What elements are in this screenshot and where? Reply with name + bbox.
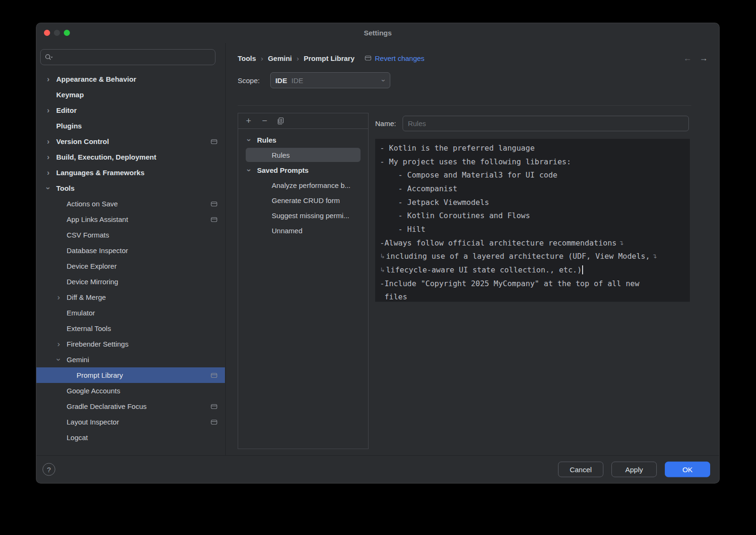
code-line: - Hilt: [380, 222, 685, 236]
prompt-tree-group-saved-prompts[interactable]: ›Saved Prompts: [238, 162, 368, 178]
revert-changes-link[interactable]: Revert changes: [365, 54, 424, 62]
sidebar-item-appearance-behavior[interactable]: ›Appearance & Behavior: [36, 71, 225, 87]
chevron-down-icon[interactable]: ›: [55, 356, 63, 364]
sidebar-item-build-execution-deployment[interactable]: ›Build, Execution, Deployment: [36, 149, 225, 165]
chevron-right-icon[interactable]: ›: [44, 169, 52, 177]
code-text: - My project uses the following librarie…: [380, 157, 571, 166]
sidebar-item-label: Build, Execution, Deployment: [56, 153, 156, 161]
sidebar-item-label: Languages & Frameworks: [56, 169, 145, 177]
settings-badge-icon: [211, 201, 217, 207]
chevron-right-icon[interactable]: ›: [44, 106, 52, 114]
cancel-button[interactable]: Cancel: [558, 462, 603, 477]
settings-badge-icon: [211, 404, 217, 409]
code-text: - Compose and Material3 for UI code: [380, 170, 558, 179]
sidebar-item-gradle-declarative-focus[interactable]: Gradle Declarative Focus: [36, 399, 225, 414]
prompt-tree-item-unnamed[interactable]: Unnamed: [238, 223, 368, 238]
help-button[interactable]: ?: [43, 463, 55, 476]
settings-content: Tools › Gemini › Prompt Library Revert c…: [226, 43, 719, 455]
prompt-tree-item-generate-crud-form[interactable]: Generate CRUD form: [238, 193, 368, 208]
sidebar-item-keymap[interactable]: Keymap: [36, 87, 225, 102]
sidebar-item-layout-inspector[interactable]: Layout Inspector: [36, 414, 225, 430]
sidebar-item-actions-on-save[interactable]: Actions on Save: [36, 196, 225, 212]
prompt-name-input[interactable]: [403, 116, 689, 131]
prompt-tree-group-rules[interactable]: ›Rules: [238, 132, 368, 147]
chevron-right-icon[interactable]: ›: [44, 153, 52, 161]
chevron-right-icon[interactable]: ›: [44, 75, 52, 83]
text-cursor: [582, 265, 583, 274]
sidebar-item-label: Prompt Library: [77, 371, 123, 379]
code-line: ↳lifecycle-aware UI state collection., e…: [380, 263, 685, 277]
sidebar-item-plugins[interactable]: Plugins: [36, 118, 225, 134]
sidebar-item-app-links-assistant[interactable]: App Links Assistant: [36, 212, 225, 227]
sidebar-item-csv-formats[interactable]: CSV Formats: [36, 227, 225, 243]
prompt-editor[interactable]: - Kotlin is the preferred language- My p…: [375, 139, 690, 302]
sidebar-item-label: Firebender Settings: [67, 340, 129, 348]
settings-badge-icon: [211, 373, 217, 378]
sidebar-item-database-inspector[interactable]: Database Inspector: [36, 243, 225, 258]
chevron-right-icon[interactable]: ›: [44, 137, 52, 145]
code-text: - Accompanist: [380, 184, 457, 193]
apply-button[interactable]: Apply: [611, 462, 657, 477]
code-text: lifecycle-aware UI state collection., et…: [386, 265, 582, 274]
prompt-tree-item-rules[interactable]: Rules: [238, 147, 368, 162]
chevron-down-icon[interactable]: ›: [245, 136, 253, 144]
sidebar-item-gemini[interactable]: ›Gemini: [36, 352, 225, 367]
ok-button[interactable]: OK: [665, 462, 710, 477]
sidebar-item-diff-merge[interactable]: ›Diff & Merge: [36, 289, 225, 305]
prompt-tree: ›RulesRules›Saved PromptsAnalyze perform…: [238, 129, 368, 238]
title-bar[interactable]: Settings: [36, 23, 719, 43]
chevron-down-icon[interactable]: ›: [245, 166, 253, 174]
sidebar-item-device-mirroring[interactable]: Device Mirroring: [36, 274, 225, 289]
breadcrumb-gemini[interactable]: Gemini: [268, 54, 292, 62]
sidebar-item-label: Keymap: [56, 91, 84, 99]
prompt-tree-item-suggest-missing-permi[interactable]: Suggest missing permi...: [238, 208, 368, 223]
sidebar-item-label: External Tools: [67, 324, 111, 332]
sidebar-item-firebender-settings[interactable]: ›Firebender Settings: [36, 336, 225, 352]
code-line: -Include "Copyright 2025 MyCompany" at t…: [380, 277, 685, 290]
sidebar-item-external-tools[interactable]: External Tools: [36, 321, 225, 336]
breadcrumb-tools[interactable]: Tools: [238, 54, 256, 62]
sidebar-item-editor[interactable]: ›Editor: [36, 102, 225, 118]
chevron-right-icon[interactable]: ›: [54, 293, 63, 301]
prompt-tree-label: Saved Prompts: [257, 166, 309, 174]
remove-prompt-button[interactable]: −: [259, 115, 270, 127]
code-text: - Jetpack Viewmodels: [380, 198, 489, 207]
sidebar-item-google-accounts[interactable]: Google Accounts: [36, 383, 225, 399]
code-text: - Kotlin is the preferred language: [380, 144, 535, 153]
sidebar-item-device-explorer[interactable]: Device Explorer: [36, 258, 225, 274]
sidebar-item-label: Plugins: [56, 122, 82, 130]
code-text: including use of a layered architecture …: [386, 252, 650, 261]
breadcrumb-separator: ›: [297, 54, 299, 62]
prompt-tree-item-analyze-performance-b[interactable]: Analyze performance b...: [238, 178, 368, 193]
sidebar-item-logcat[interactable]: Logcat: [36, 430, 225, 445]
settings-sidebar: ›Appearance & BehaviorKeymap›EditorPlugi…: [36, 43, 226, 455]
dialog-footer: ? Cancel Apply OK: [36, 455, 719, 483]
chevron-down-icon[interactable]: ›: [44, 184, 52, 193]
selected-row-highlight: [246, 148, 361, 162]
section-divider: [238, 105, 691, 106]
sidebar-item-languages-frameworks[interactable]: ›Languages & Frameworks: [36, 165, 225, 180]
sidebar-item-version-control[interactable]: ›Version Control: [36, 134, 225, 149]
settings-badge-icon: [211, 139, 217, 144]
code-line: - Compose and Material3 for UI code: [380, 168, 685, 182]
sidebar-item-label: Diff & Merge: [67, 293, 106, 301]
sidebar-item-tools[interactable]: ›Tools: [36, 180, 225, 196]
navigate-back-icon[interactable]: ←: [683, 53, 692, 63]
code-line: - Accompanist: [380, 182, 685, 195]
revert-changes-label: Revert changes: [375, 54, 424, 62]
chevron-right-icon[interactable]: ›: [54, 340, 63, 348]
sidebar-item-label: Logcat: [67, 433, 88, 442]
add-prompt-button[interactable]: +: [243, 115, 254, 127]
sidebar-item-prompt-library[interactable]: Prompt Library: [36, 367, 225, 383]
scope-dropdown[interactable]: IDE IDE ›: [270, 72, 390, 88]
duplicate-prompt-button[interactable]: [275, 115, 286, 127]
navigate-forward-icon[interactable]: →: [699, 53, 708, 63]
search-input[interactable]: [53, 53, 211, 61]
sidebar-item-emulator[interactable]: Emulator: [36, 305, 225, 321]
sidebar-item-label: Version Control: [56, 137, 109, 145]
revert-icon: [365, 55, 371, 61]
sidebar-item-label: Device Explorer: [67, 262, 117, 270]
scope-label: Scope:: [238, 76, 260, 85]
settings-search-field[interactable]: [40, 49, 215, 65]
settings-badge-icon: [211, 419, 217, 425]
